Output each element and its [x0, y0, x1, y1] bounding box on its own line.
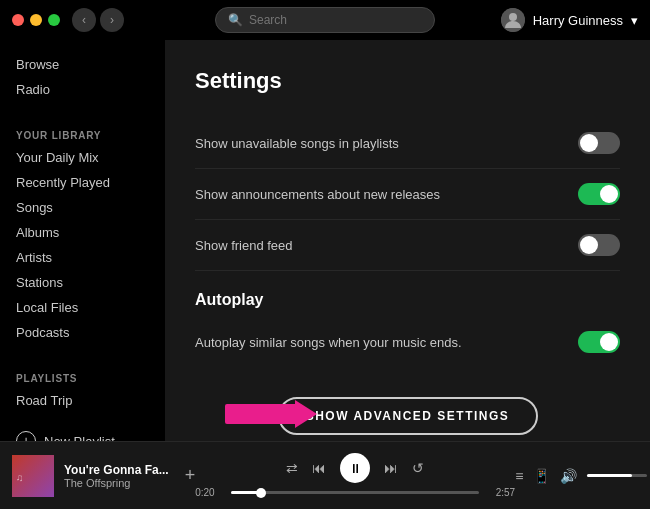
- unavailable-label: Show unavailable songs in playlists: [195, 136, 399, 151]
- main-layout: Browse Radio Your Library Your Daily Mix…: [0, 40, 650, 441]
- progress-row: 0:20 2:57: [195, 487, 515, 498]
- sidebar-item-road-trip[interactable]: Road Trip: [0, 388, 165, 413]
- autoplay-row: Autoplay similar songs when your music e…: [195, 321, 620, 363]
- autoplay-header: Autoplay: [195, 291, 620, 309]
- toggle-friend-feed[interactable]: [578, 234, 620, 256]
- sidebar-item-browse[interactable]: Browse: [0, 52, 165, 77]
- album-art-image: ♫: [12, 455, 54, 497]
- new-playlist-button[interactable]: + New Playlist: [0, 425, 165, 441]
- maximize-button[interactable]: [48, 14, 60, 26]
- control-buttons: ⇄ ⏮ ⏸ ⏭ ↺: [286, 453, 424, 483]
- next-button[interactable]: ⏭: [384, 460, 398, 476]
- volume-fill: [587, 474, 632, 477]
- album-art: ♫: [12, 455, 54, 497]
- shuffle-button[interactable]: ⇄: [286, 460, 298, 476]
- volume-icon[interactable]: 🔊: [560, 468, 577, 484]
- username: Harry Guinness: [533, 13, 623, 28]
- player-bar: ♫ You're Gonna Fa... The Offspring + ⇄ ⏮…: [0, 441, 650, 509]
- sidebar-item-recently-played[interactable]: Recently Played: [0, 170, 165, 195]
- progress-bar[interactable]: [231, 491, 479, 494]
- progress-dot: [256, 488, 266, 498]
- sidebar-item-podcasts[interactable]: Podcasts: [0, 320, 165, 345]
- sidebar-item-daily-mix[interactable]: Your Daily Mix: [0, 145, 165, 170]
- player-right-controls: ≡ 📱 🔊 ⛶: [515, 468, 650, 484]
- player-track-info: ♫ You're Gonna Fa... The Offspring +: [12, 455, 195, 497]
- sidebar-item-local-files[interactable]: Local Files: [0, 295, 165, 320]
- sidebar-item-stations[interactable]: Stations: [0, 270, 165, 295]
- player-controls: ⇄ ⏮ ⏸ ⏭ ↺ 0:20 2:57: [195, 453, 515, 498]
- your-library-label: Your Library: [0, 122, 165, 145]
- settings-title: Settings: [195, 68, 620, 94]
- toggle-knob-unavailable: [580, 134, 598, 152]
- progress-fill: [231, 491, 261, 494]
- sidebar-library-section: Your Library Your Daily Mix Recently Pla…: [0, 122, 165, 353]
- toggle-autoplay[interactable]: [578, 331, 620, 353]
- track-artist: The Offspring: [64, 477, 169, 489]
- setting-row-releases: Show announcements about new releases: [195, 169, 620, 220]
- search-input[interactable]: [249, 13, 422, 27]
- traffic-lights: [12, 14, 60, 26]
- track-name: You're Gonna Fa...: [64, 463, 169, 477]
- track-info: You're Gonna Fa... The Offspring: [64, 463, 169, 489]
- sidebar-item-albums[interactable]: Albums: [0, 220, 165, 245]
- new-playlist-label: New Playlist: [44, 434, 115, 442]
- toggle-knob-releases: [600, 185, 618, 203]
- sidebar: Browse Radio Your Library Your Daily Mix…: [0, 40, 165, 441]
- playlists-label: Playlists: [0, 365, 165, 388]
- avatar: [501, 8, 525, 32]
- sidebar-item-songs[interactable]: Songs: [0, 195, 165, 220]
- setting-row-friend-feed: Show friend feed: [195, 220, 620, 271]
- total-time: 2:57: [487, 487, 515, 498]
- devices-icon[interactable]: 📱: [533, 468, 550, 484]
- sidebar-item-radio[interactable]: Radio: [0, 77, 165, 102]
- current-time: 0:20: [195, 487, 223, 498]
- volume-bar[interactable]: [587, 474, 647, 477]
- toggle-knob-autoplay: [600, 333, 618, 351]
- play-pause-button[interactable]: ⏸: [340, 453, 370, 483]
- repeat-button[interactable]: ↺: [412, 460, 424, 476]
- forward-button[interactable]: ›: [100, 8, 124, 32]
- svg-point-1: [509, 13, 517, 21]
- plus-icon: +: [16, 431, 36, 441]
- toggle-releases[interactable]: [578, 183, 620, 205]
- sidebar-playlists-section: Playlists Road Trip: [0, 365, 165, 421]
- close-button[interactable]: [12, 14, 24, 26]
- search-bar[interactable]: 🔍: [215, 7, 435, 33]
- previous-button[interactable]: ⏮: [312, 460, 326, 476]
- settings-content: Settings Show unavailable songs in playl…: [165, 40, 650, 441]
- releases-label: Show announcements about new releases: [195, 187, 440, 202]
- add-to-library-button[interactable]: +: [185, 465, 196, 486]
- queue-icon[interactable]: ≡: [515, 468, 523, 484]
- sidebar-top-section: Browse Radio: [0, 52, 165, 110]
- svg-text:♫: ♫: [16, 472, 24, 483]
- chevron-down-icon: ▾: [631, 13, 638, 28]
- advanced-section: SHOW ADVANCED SETTINGS: [195, 379, 620, 441]
- nav-arrows: ‹ ›: [72, 8, 124, 32]
- search-icon: 🔍: [228, 13, 243, 27]
- toggle-unavailable[interactable]: [578, 132, 620, 154]
- toggle-knob-friend-feed: [580, 236, 598, 254]
- back-button[interactable]: ‹: [72, 8, 96, 32]
- minimize-button[interactable]: [30, 14, 42, 26]
- pink-arrow-annotation: [225, 400, 317, 428]
- friend-feed-label: Show friend feed: [195, 238, 293, 253]
- autoplay-desc: Autoplay similar songs when your music e…: [195, 335, 462, 350]
- title-bar: ‹ › 🔍 Harry Guinness ▾: [0, 0, 650, 40]
- setting-row-unavailable: Show unavailable songs in playlists: [195, 118, 620, 169]
- sidebar-item-artists[interactable]: Artists: [0, 245, 165, 270]
- user-area[interactable]: Harry Guinness ▾: [501, 8, 638, 32]
